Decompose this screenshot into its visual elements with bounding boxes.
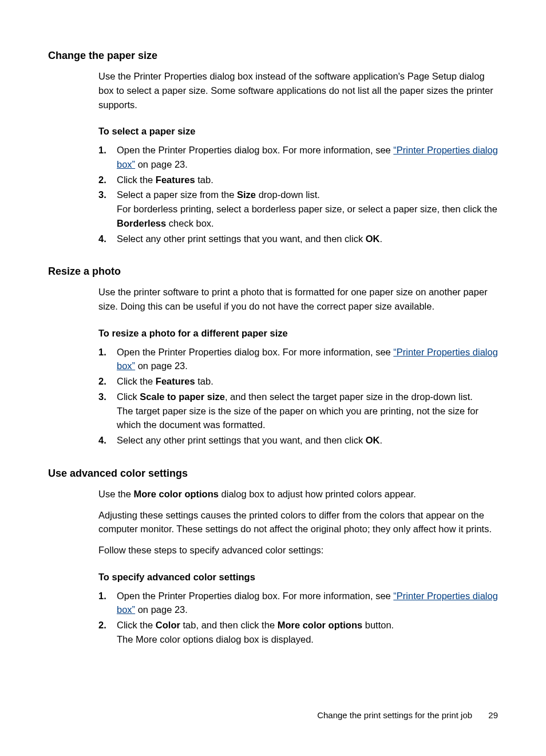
step-item: 4. Select any other print settings that …: [98, 232, 498, 246]
section-heading-change-paper-size: Change the paper size: [48, 48, 498, 64]
step-number: 2.: [98, 618, 106, 632]
step-number: 2.: [98, 374, 106, 389]
steps-list: 1. Open the Printer Properties dialog bo…: [98, 143, 498, 246]
step-number: 3.: [98, 390, 106, 404]
step-text: Select any other print settings that you…: [117, 233, 382, 244]
intro-paragraph: Use the printer software to print a phot…: [98, 285, 498, 314]
step-item: 2. Click the Features tab.: [98, 374, 498, 389]
step-item: 1. Open the Printer Properties dialog bo…: [98, 345, 498, 374]
step-number: 1.: [98, 143, 106, 157]
step-item: 1. Open the Printer Properties dialog bo…: [98, 589, 498, 618]
step-item: 2. Click the Color tab, and then click t…: [98, 618, 498, 647]
step-text: Open the Printer Properties dialog box. …: [117, 347, 498, 371]
step-item: 3. Click Scale to paper size, and then s…: [98, 390, 498, 432]
step-number: 1.: [98, 345, 106, 359]
section-body: Use the More color options dialog box to…: [98, 487, 498, 647]
step-item: 4. Select any other print settings that …: [98, 433, 498, 448]
step-number: 4.: [98, 232, 106, 246]
step-item: 1. Open the Printer Properties dialog bo…: [98, 143, 498, 172]
step-text: For borderless printing, select a border…: [117, 202, 498, 231]
step-number: 1.: [98, 589, 106, 603]
step-number: 4.: [98, 433, 106, 448]
procedure-heading: To select a paper size: [98, 124, 498, 138]
step-text: Open the Printer Properties dialog box. …: [117, 145, 498, 169]
section-body: Use the printer software to print a phot…: [98, 285, 498, 448]
step-text: Click Scale to paper size, and then sele…: [117, 390, 498, 404]
section-body: Use the Printer Properties dialog box in…: [98, 69, 498, 246]
step-text: Select any other print settings that you…: [117, 435, 382, 445]
step-text: Open the Printer Properties dialog box. …: [117, 591, 498, 615]
intro-paragraph: Use the Printer Properties dialog box in…: [98, 69, 498, 112]
steps-list: 1. Open the Printer Properties dialog bo…: [98, 345, 498, 448]
step-text: Click the Color tab, and then click the …: [117, 618, 498, 632]
section-heading-advanced-color: Use advanced color settings: [48, 466, 498, 481]
intro-paragraph: Use the More color options dialog box to…: [98, 487, 498, 501]
section-heading-resize-photo: Resize a photo: [48, 264, 498, 279]
step-item: 3. Select a paper size from the Size dro…: [98, 188, 498, 230]
step-number: 2.: [98, 173, 106, 187]
step-text: The More color options dialog box is dis…: [117, 632, 498, 647]
step-number: 3.: [98, 188, 106, 202]
step-text: Click the Features tab.: [117, 376, 213, 386]
step-text: Select a paper size from the Size drop-d…: [117, 188, 498, 202]
page-number: 29: [488, 710, 498, 720]
step-text: The target paper size is the size of the…: [117, 404, 498, 433]
intro-paragraph: Adjusting these settings causes the prin…: [98, 508, 498, 537]
step-text: Click the Features tab.: [117, 175, 213, 185]
intro-paragraph: Follow these steps to specify advanced c…: [98, 543, 498, 557]
steps-list: 1. Open the Printer Properties dialog bo…: [98, 589, 498, 647]
page-content: Change the paper size Use the Printer Pr…: [48, 48, 498, 647]
procedure-heading: To resize a photo for a different paper …: [98, 326, 498, 341]
step-item: 2. Click the Features tab.: [98, 173, 498, 187]
page-footer: Change the print settings for the print …: [317, 709, 498, 722]
procedure-heading: To specify advanced color settings: [98, 570, 498, 584]
footer-text: Change the print settings for the print …: [317, 710, 472, 720]
